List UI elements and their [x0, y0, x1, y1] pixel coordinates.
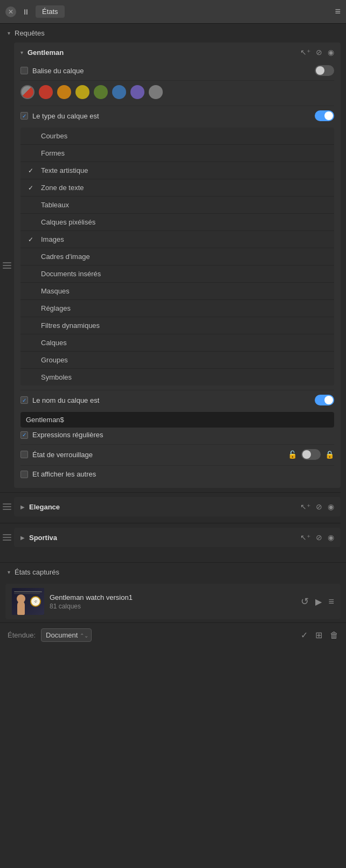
type-images[interactable]: ✓ Images — [20, 231, 334, 248]
gentleman-drag-handle[interactable] — [0, 43, 14, 488]
close-button[interactable]: ✕ — [5, 6, 16, 17]
sportiva-eye-icon[interactable]: ◉ — [328, 533, 334, 542]
elegance-cursor-plus-icon[interactable]: ↖⁺ — [300, 502, 310, 511]
swatch-purple[interactable] — [130, 85, 144, 99]
nom-calque-label: Le nom du calque est — [32, 396, 99, 404]
elegance-chevron-icon[interactable]: ▶ — [20, 504, 25, 510]
capture-menu-icon[interactable]: ≡ — [328, 596, 334, 607]
sportiva-cursor-plus-icon[interactable]: ↖⁺ — [300, 533, 310, 542]
etendue-select[interactable]: Document Sélection Page — [41, 628, 92, 642]
pause-button[interactable]: ⏸ — [20, 6, 31, 17]
type-formes[interactable]: Formes — [20, 145, 334, 162]
nom-calque-checkbox[interactable] — [20, 396, 28, 404]
afficher-row: Et afficher les autres — [20, 465, 334, 482]
bottom-check-icon[interactable]: ✓ — [301, 630, 308, 640]
type-filtres-dynamiques[interactable]: Filtres dynamiques — [20, 317, 334, 334]
sportiva-chevron-icon[interactable]: ▶ — [20, 535, 25, 541]
afficher-checkbox[interactable] — [20, 471, 28, 478]
gentleman-icons: ↖⁺ ⊘ ◉ — [300, 48, 334, 57]
balise-toggle[interactable] — [315, 65, 334, 76]
bottom-bar: Étendue: Document Sélection Page ✓ ⊞ 🗑 — [0, 622, 346, 647]
lock-icons-group: 🔓 🔒 — [288, 449, 334, 460]
nom-calque-header: Le nom du calque est — [20, 390, 334, 410]
elegance-drag-handle[interactable] — [0, 501, 14, 512]
balise-label: Balise du calque — [32, 67, 84, 75]
chevron-down-icon: ▾ — [8, 30, 10, 36]
type-groupes[interactable]: Groupes — [20, 352, 334, 369]
regex-row: Expressions régulières — [20, 428, 334, 441]
verrouillage-checkbox[interactable] — [20, 451, 28, 458]
etats-captures-label: États capturés — [15, 568, 59, 576]
capture-reset-icon[interactable]: ↺ — [301, 596, 309, 607]
swatch-red[interactable] — [39, 85, 53, 99]
swatch-blue[interactable] — [112, 85, 126, 99]
capture-name: Gentleman watch version1 — [50, 593, 295, 601]
verrouillage-toggle[interactable] — [301, 449, 321, 460]
type-calques[interactable]: Calques — [20, 334, 334, 352]
capture-info: Gentleman watch version1 81 calques — [50, 593, 295, 610]
nom-calque-toggle[interactable] — [315, 395, 334, 405]
swatch-green[interactable] — [94, 85, 108, 99]
requetes-label: Requêtes — [15, 29, 45, 37]
lock-closed-icon[interactable]: 🔒 — [325, 450, 334, 459]
bottom-trash-icon[interactable]: 🗑 — [330, 631, 338, 640]
gentleman-header: ▾ Gentleman ↖⁺ ⊘ ◉ — [20, 48, 334, 57]
type-zone-texte[interactable]: ✓ Zone de texte — [20, 179, 334, 197]
nom-calque-input[interactable] — [20, 412, 334, 428]
elegance-name: Elegance — [29, 503, 60, 511]
sportiva-eye-slash-icon[interactable]: ⊘ — [316, 533, 322, 542]
gentleman-name: Gentleman — [27, 48, 64, 57]
capture-play-icon[interactable]: ▶ — [315, 597, 322, 607]
capture-layers: 81 calques — [50, 603, 295, 610]
type-calque-toggle[interactable] — [315, 110, 334, 121]
type-calque-header: Le type du calque est — [20, 106, 334, 125]
bottom-icons-group: ✓ ⊞ 🗑 — [301, 630, 338, 640]
swatch-gray[interactable] — [149, 85, 163, 99]
type-calques-pixelises[interactable]: Calques pixélisés — [20, 214, 334, 231]
menu-button[interactable]: ≡ — [335, 6, 341, 17]
balise-calque-row: Balise du calque — [20, 61, 334, 81]
capture-item: ⏱ Gentleman watch version1 81 calques ↺ … — [5, 584, 341, 619]
header: ✕ ⏸ États ≡ — [0, 0, 346, 24]
bottom-grid-icon[interactable]: ⊞ — [315, 630, 322, 640]
etats-captures-header[interactable]: ▾ États capturés — [0, 563, 346, 582]
gentleman-chevron-icon[interactable]: ▾ — [20, 50, 23, 55]
type-calque-label: Le type du calque est — [32, 112, 99, 120]
swatch-none[interactable] — [20, 85, 34, 99]
elegance-icons: ↖⁺ ⊘ ◉ — [300, 502, 334, 511]
swatch-orange[interactable] — [57, 85, 71, 99]
regex-label: Expressions régulières — [32, 431, 103, 439]
elegance-eye-slash-icon[interactable]: ⊘ — [316, 502, 322, 511]
verrouillage-label: État de verrouillage — [32, 451, 93, 459]
regex-checkbox[interactable] — [20, 431, 28, 439]
etendue-label: Étendue: — [8, 631, 36, 639]
type-cadres-image[interactable]: Cadres d'image — [20, 248, 334, 265]
type-symboles[interactable]: Symboles — [20, 369, 334, 386]
etats-chevron-icon: ▾ — [8, 569, 10, 575]
gentleman-cursor-plus-icon[interactable]: ↖⁺ — [300, 48, 310, 57]
type-texte-artistique[interactable]: ✓ Texte artistique — [20, 162, 334, 179]
lock-open-icon[interactable]: 🔓 — [288, 450, 297, 459]
sportiva-name: Sportiva — [29, 534, 57, 542]
etendue-select-wrapper[interactable]: Document Sélection Page — [41, 628, 92, 642]
sportiva-row: ▶ Sportiva ↖⁺ ⊘ ◉ — [0, 523, 341, 551]
type-list: Courbes Formes ✓ Texte artistique ✓ Z — [20, 128, 334, 386]
capture-thumbnail: ⏱ — [12, 588, 44, 615]
elegance-eye-icon[interactable]: ◉ — [328, 502, 334, 511]
type-calque-section: Le type du calque est Courbes Formes — [20, 106, 334, 386]
requetes-header[interactable]: ▾ Requêtes — [0, 24, 346, 43]
panel-title: États — [36, 5, 65, 18]
type-calque-checkbox[interactable] — [20, 112, 28, 120]
type-reglages[interactable]: Réglages — [20, 300, 334, 317]
sportiva-drag-handle[interactable] — [0, 532, 14, 543]
gentleman-eye-slash-icon[interactable]: ⊘ — [316, 48, 322, 57]
gentleman-eye-icon[interactable]: ◉ — [328, 48, 334, 57]
afficher-label: Et afficher les autres — [32, 470, 96, 478]
balise-checkbox[interactable] — [20, 67, 28, 74]
type-tableaux[interactable]: Tableaux — [20, 197, 334, 214]
type-documents-inseres[interactable]: Documents insérés — [20, 265, 334, 283]
type-masques[interactable]: Masques — [20, 283, 334, 300]
type-courbes[interactable]: Courbes — [20, 128, 334, 145]
swatch-yellow[interactable] — [75, 85, 89, 99]
elegance-row: ▶ Elegance ↖⁺ ⊘ ◉ — [0, 492, 341, 521]
